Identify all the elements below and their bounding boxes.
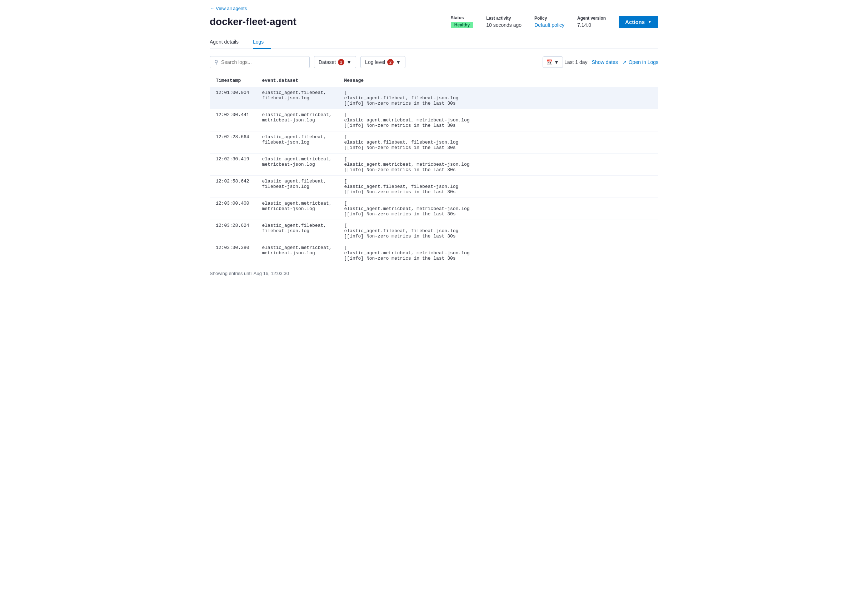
calendar-chevron-icon: ▼ — [554, 59, 559, 65]
table-row: 12:02:58.642 elastic_agent.filebeat,file… — [210, 176, 658, 198]
cell-timestamp: 12:03:30.380 — [210, 242, 256, 264]
last-activity-label: Last activity — [486, 16, 511, 21]
cell-dataset: elastic_agent.filebeat,filebeat-json.log — [256, 220, 339, 242]
search-box[interactable]: ⚲ — [210, 56, 310, 68]
dataset-chevron-icon: ▼ — [347, 59, 352, 65]
table-row: 12:02:00.441 elastic_agent.metricbeat,me… — [210, 109, 658, 132]
table-row: 12:03:28.624 elastic_agent.filebeat,file… — [210, 220, 658, 242]
back-link[interactable]: ← View all agents — [210, 6, 247, 11]
search-icon: ⚲ — [214, 59, 218, 65]
actions-label: Actions — [625, 19, 645, 25]
cell-timestamp: 12:02:58.642 — [210, 176, 256, 198]
cell-message: [elastic_agent.filebeat, filebeat-json.l… — [339, 132, 658, 153]
log-table: Timestamp event.dataset Message 12:01:00… — [210, 74, 658, 264]
table-row: 12:03:30.380 elastic_agent.metricbeat,me… — [210, 242, 658, 264]
cell-timestamp: 12:03:28.624 — [210, 220, 256, 242]
table-row: 12:03:00.400 elastic_agent.metricbeat,me… — [210, 198, 658, 220]
col-dataset: event.dataset — [256, 74, 339, 87]
log-level-chevron-icon: ▼ — [396, 59, 401, 65]
col-timestamp: Timestamp — [210, 74, 256, 87]
cell-dataset: elastic_agent.filebeat,filebeat-json.log — [256, 176, 339, 198]
cell-dataset: elastic_agent.metricbeat,metricbeat-json… — [256, 242, 339, 264]
search-input[interactable] — [221, 59, 305, 65]
status-label: Status — [451, 15, 464, 20]
policy-link[interactable]: Default policy — [535, 22, 564, 28]
policy-meta: Policy Default policy — [535, 16, 564, 28]
footer-text: Showing entries until Aug 16, 12:03:30 — [210, 268, 658, 279]
tab-logs[interactable]: Logs — [253, 36, 271, 49]
table-row: 12:01:00.004 elastic_agent.filebeat,file… — [210, 87, 658, 109]
cell-message: [elastic_agent.metricbeat, metricbeat-js… — [339, 109, 658, 132]
cell-message: [elastic_agent.metricbeat, metricbeat-js… — [339, 153, 658, 176]
cell-message: [elastic_agent.metricbeat, metricbeat-js… — [339, 198, 658, 220]
cell-timestamp: 12:02:00.441 — [210, 109, 256, 132]
cell-message: [elastic_agent.filebeat, filebeat-json.l… — [339, 87, 658, 109]
chevron-down-icon: ▼ — [648, 19, 652, 24]
external-link-icon: ↗ — [622, 59, 626, 65]
log-level-badge: 2 — [387, 59, 394, 65]
cell-message: [elastic_agent.metricbeat, metricbeat-js… — [339, 242, 658, 264]
cell-timestamp: 12:02:30.419 — [210, 153, 256, 176]
header-meta: Status Healthy Last activity 10 seconds … — [451, 15, 658, 28]
cell-message: [elastic_agent.filebeat, filebeat-json.l… — [339, 220, 658, 242]
cell-timestamp: 12:03:00.400 — [210, 198, 256, 220]
table-row: 12:02:28.664 elastic_agent.filebeat,file… — [210, 132, 658, 153]
cell-dataset: elastic_agent.metricbeat,metricbeat-json… — [256, 198, 339, 220]
agent-version-meta: Agent version 7.14.0 — [577, 16, 606, 28]
cell-message: [elastic_agent.filebeat, filebeat-json.l… — [339, 176, 658, 198]
table-row: 12:02:30.419 elastic_agent.metricbeat,me… — [210, 153, 658, 176]
header-row: docker-fleet-agent Status Healthy Last a… — [210, 15, 658, 28]
last-activity-value: 10 seconds ago — [486, 22, 521, 28]
calendar-button[interactable]: 📅 ▼ — [542, 56, 563, 68]
back-link-label: View all agents — [216, 6, 247, 11]
agent-version-label: Agent version — [577, 16, 606, 21]
log-level-label: Log level — [365, 59, 385, 65]
cell-dataset: elastic_agent.filebeat,filebeat-json.log — [256, 132, 339, 153]
table-body: 12:01:00.004 elastic_agent.filebeat,file… — [210, 87, 658, 264]
tab-agent-details[interactable]: Agent details — [210, 36, 246, 49]
show-dates-button[interactable]: Show dates — [592, 59, 618, 65]
open-in-logs-label: Open in Logs — [629, 59, 658, 65]
log-level-filter[interactable]: Log level 2 ▼ — [360, 56, 405, 68]
cell-dataset: elastic_agent.filebeat,filebeat-json.log — [256, 87, 339, 109]
tabs: Agent details Logs — [210, 36, 658, 49]
policy-label: Policy — [535, 16, 547, 21]
status-meta: Status Healthy — [451, 15, 473, 28]
dataset-filter[interactable]: Dataset 2 ▼ — [314, 56, 356, 68]
cell-timestamp: 12:02:28.664 — [210, 132, 256, 153]
last-activity-meta: Last activity 10 seconds ago — [486, 16, 521, 28]
cell-dataset: elastic_agent.metricbeat,metricbeat-json… — [256, 109, 339, 132]
dataset-label: Dataset — [319, 59, 336, 65]
time-controls: 📅 ▼ Last 1 day Show dates ↗ Open in Logs — [542, 56, 658, 68]
cell-dataset: elastic_agent.metricbeat,metricbeat-json… — [256, 153, 339, 176]
toolbar: ⚲ Dataset 2 ▼ Log level 2 ▼ 📅 ▼ Last 1 d… — [210, 56, 658, 68]
col-message: Message — [339, 74, 658, 87]
time-range-label: Last 1 day — [564, 57, 587, 68]
status-badge: Healthy — [451, 22, 473, 28]
calendar-icon: 📅 — [547, 59, 553, 65]
table-header: Timestamp event.dataset Message — [210, 74, 658, 87]
dataset-badge: 2 — [338, 59, 344, 65]
cell-timestamp: 12:01:00.004 — [210, 87, 256, 109]
top-nav: ← View all agents — [210, 6, 658, 11]
open-in-logs-button[interactable]: ↗ Open in Logs — [622, 59, 658, 65]
page-title: docker-fleet-agent — [210, 16, 296, 28]
agent-version-value: 7.14.0 — [577, 22, 591, 28]
actions-button[interactable]: Actions ▼ — [618, 16, 658, 28]
chevron-left-icon: ← — [210, 6, 214, 11]
